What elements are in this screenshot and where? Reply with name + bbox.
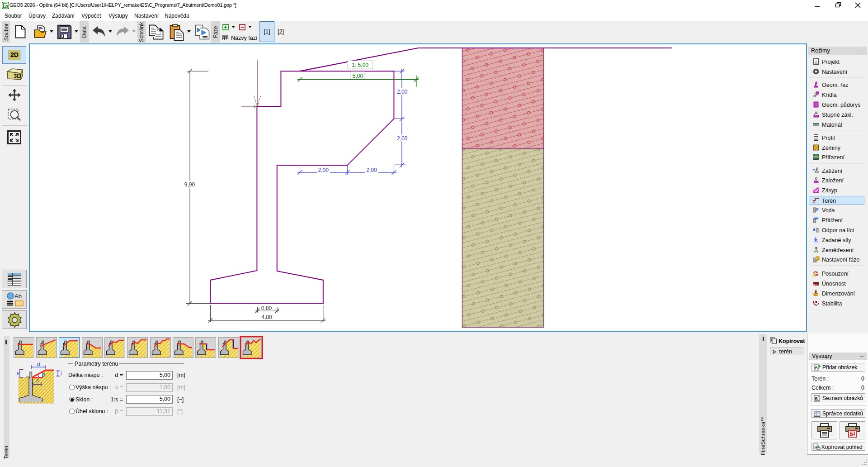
svg-text:2,00: 2,00	[397, 135, 408, 142]
svg-text:1: 5,00: 1: 5,00	[352, 62, 368, 68]
svg-text:1: 1	[60, 370, 61, 376]
svg-text:2,00: 2,00	[397, 89, 408, 95]
svg-text:v: v	[17, 370, 20, 376]
svg-text:0,80: 0,80	[261, 305, 272, 311]
svg-text:9,90: 9,90	[184, 181, 195, 188]
svg-text:s: s	[36, 377, 39, 384]
svg-text:d: d	[37, 362, 40, 367]
svg-text:5,00: 5,00	[353, 73, 363, 79]
svg-text:2: 2	[817, 257, 819, 261]
svg-text:4,80: 4,80	[261, 314, 272, 320]
svg-text:B: B	[815, 396, 818, 400]
svg-text:B: B	[815, 366, 818, 370]
svg-text:2,00: 2,00	[366, 167, 377, 173]
svg-text:3D: 3D	[14, 72, 21, 79]
svg-text:2,00: 2,00	[318, 167, 329, 173]
svg-text:Ab: Ab	[14, 293, 22, 300]
